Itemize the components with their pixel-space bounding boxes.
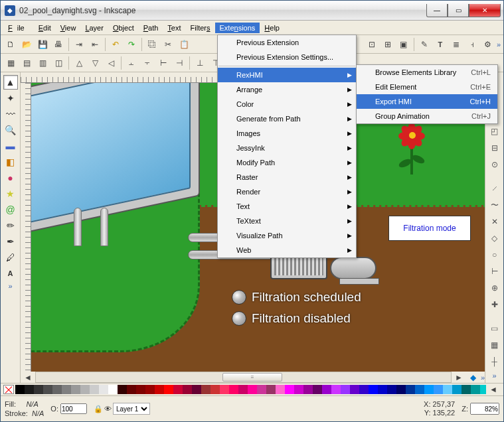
snap-path[interactable]: 〜 xyxy=(488,198,501,212)
copy-button[interactable]: ⿻ xyxy=(145,37,159,52)
swatch[interactable] xyxy=(415,385,424,394)
mi-generate[interactable]: Generate from Path▶ xyxy=(218,111,356,126)
menu-filters[interactable]: Filters xyxy=(186,23,215,33)
minimize-button[interactable]: — xyxy=(426,4,448,17)
snap-grid[interactable]: ▦ xyxy=(488,338,501,352)
opacity-input[interactable] xyxy=(60,403,87,414)
zoom-draw-button[interactable]: ⊞ xyxy=(380,37,395,52)
menu-extensions[interactable]: Extensions xyxy=(215,23,260,33)
swatch[interactable] xyxy=(480,385,486,394)
menu-edit[interactable]: Edit xyxy=(34,23,56,33)
swatch[interactable] xyxy=(276,385,285,394)
snap-line-mid[interactable]: ⊢ xyxy=(488,265,501,278)
mi-visualize[interactable]: Visualize Path▶ xyxy=(218,228,356,243)
swatch[interactable] xyxy=(434,385,443,394)
swatch[interactable] xyxy=(452,385,462,394)
scrollbar-horizontal[interactable]: ◄ ≡ ► ◆ » xyxy=(21,372,485,383)
pencil-tool[interactable]: ✏ xyxy=(3,218,18,233)
star-tool[interactable]: ★ xyxy=(3,186,18,201)
swatch[interactable] xyxy=(62,385,71,394)
calligraphy-tool[interactable]: 🖊 xyxy=(3,250,18,265)
zoom-sel-button[interactable]: ⊡ xyxy=(365,37,379,52)
swatch[interactable] xyxy=(424,385,434,394)
mi-color[interactable]: Color▶ xyxy=(218,97,356,111)
swatch[interactable] xyxy=(443,385,452,394)
text-tool[interactable]: A xyxy=(3,266,18,281)
node-tool[interactable]: ✦ xyxy=(3,91,18,106)
swatch[interactable] xyxy=(285,385,294,394)
snap-int[interactable]: ✕ xyxy=(488,215,501,228)
mi-jessyink[interactable]: JessyInk▶ xyxy=(218,141,356,155)
mi-modify-path[interactable]: Modify Path▶ xyxy=(218,155,356,170)
snap-center[interactable]: ⊙ xyxy=(488,158,501,171)
swatch[interactable] xyxy=(52,385,62,394)
visibility-icon[interactable]: 👁 xyxy=(104,405,112,413)
print-button[interactable]: 🖶 xyxy=(51,37,66,52)
close-button[interactable]: ✕ xyxy=(469,4,501,17)
snap-smooth[interactable]: ○ xyxy=(488,248,501,261)
mi-edit-element[interactable]: Edit ElementCtrl+E xyxy=(357,80,497,94)
layer-select[interactable]: Layer 1 xyxy=(113,403,150,415)
swatch[interactable] xyxy=(350,385,359,394)
swatch[interactable] xyxy=(99,385,108,394)
toolbox-overflow[interactable]: » xyxy=(8,282,12,290)
swatch[interactable] xyxy=(331,385,341,394)
swatch[interactable] xyxy=(359,385,369,394)
scroll-right[interactable]: ► xyxy=(452,370,466,384)
zoom-control[interactable]: Z: xyxy=(462,403,499,415)
no-color-swatch[interactable] xyxy=(3,385,14,394)
swatch[interactable] xyxy=(369,385,378,394)
rect-tool[interactable]: ▬ xyxy=(3,139,18,153)
prefs-button[interactable]: ⚙ xyxy=(481,37,495,52)
snap-corner[interactable]: ◰ xyxy=(488,125,501,138)
menu-text[interactable]: Text xyxy=(163,23,185,33)
snap-11[interactable]: ⊣ xyxy=(172,56,187,70)
snap-guide[interactable]: ┼ xyxy=(488,355,501,368)
duplicate-button[interactable]: ✎ xyxy=(417,37,432,52)
3dbox-tool[interactable]: ◧ xyxy=(3,155,18,169)
scroll-thumb[interactable]: ≡ xyxy=(222,373,282,382)
mi-rexhmi[interactable]: RexHMI▶ xyxy=(218,68,356,82)
menu-view[interactable]: View xyxy=(56,23,81,33)
scroll-left[interactable]: ◄ xyxy=(21,370,35,384)
swatch[interactable] xyxy=(183,385,192,394)
mi-browse-lib[interactable]: Browse Elements LibraryCtrl+L xyxy=(357,65,497,80)
swatch[interactable] xyxy=(15,385,25,394)
mi-prev-ext[interactable]: Previous Extension xyxy=(218,35,356,50)
mi-raster[interactable]: Raster▶ xyxy=(218,170,356,184)
import-button[interactable]: ⇥ xyxy=(72,37,86,52)
swatch[interactable] xyxy=(71,385,80,394)
swatch[interactable] xyxy=(155,385,164,394)
swatch[interactable] xyxy=(322,385,331,394)
spiral-tool[interactable]: @ xyxy=(3,202,18,217)
snap-9[interactable]: ⫟ xyxy=(140,56,155,70)
swatch[interactable] xyxy=(257,385,266,394)
swatch[interactable] xyxy=(378,385,387,394)
snap-8[interactable]: ⫠ xyxy=(124,56,139,70)
swatch[interactable] xyxy=(136,385,145,394)
snap-cusp[interactable]: ◇ xyxy=(488,232,501,245)
swatch[interactable] xyxy=(108,385,118,394)
swatch[interactable] xyxy=(118,385,127,394)
new-button[interactable]: 🗋 xyxy=(3,37,18,52)
snap-obj-center[interactable]: ⊕ xyxy=(488,281,501,295)
tweak-tool[interactable]: 〰 xyxy=(3,107,18,121)
mi-group-anim[interactable]: Group AnimationCtrl+J xyxy=(357,109,497,123)
swatch[interactable] xyxy=(25,385,34,394)
swatch[interactable] xyxy=(127,385,136,394)
mi-arrange[interactable]: Arrange▶ xyxy=(218,82,356,97)
snap-2[interactable]: ▤ xyxy=(19,56,34,70)
menu-file[interactable]: File xyxy=(3,23,34,33)
titlebar[interactable]: ◆ 02_pool_daynight.svg - Inkscape — ▭ ✕ xyxy=(1,1,503,21)
mi-render[interactable]: Render▶ xyxy=(218,184,356,199)
align-button[interactable]: ⫞ xyxy=(465,37,479,52)
export-button[interactable]: ⇤ xyxy=(88,37,102,52)
ruler-vertical[interactable] xyxy=(21,83,31,372)
swatch[interactable] xyxy=(238,385,248,394)
lock-icon[interactable]: 🔒 xyxy=(94,405,103,413)
swatch[interactable] xyxy=(229,385,238,394)
swatch[interactable] xyxy=(406,385,415,394)
swatch[interactable] xyxy=(43,385,52,394)
mi-text[interactable]: Text▶ xyxy=(218,199,356,214)
swatch[interactable] xyxy=(192,385,201,394)
